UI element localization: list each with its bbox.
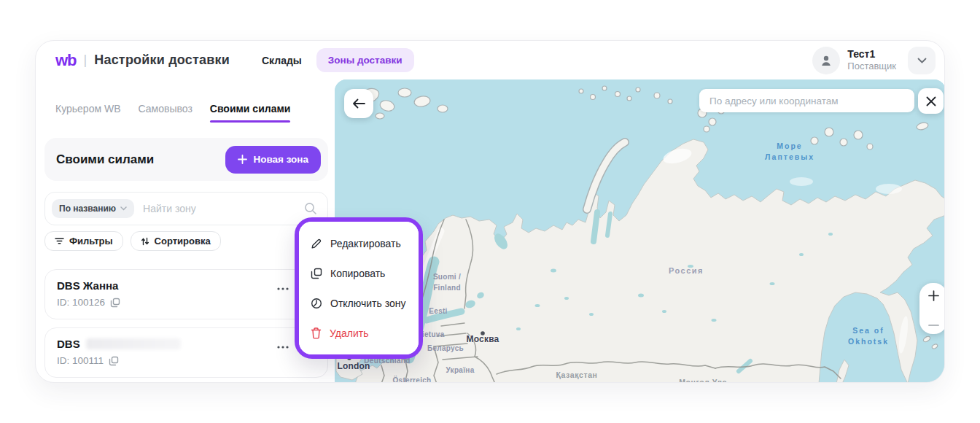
nav-warehouses[interactable]: Склады: [254, 49, 309, 72]
plus-icon: [928, 290, 939, 301]
header-nav: Склады Зоны доставки: [254, 48, 414, 72]
user-menu-button[interactable]: [908, 47, 936, 74]
filters-button[interactable]: Фильтры: [44, 231, 123, 251]
user-info: Тест1 Поставщик: [847, 48, 896, 73]
menu-item-copy[interactable]: Копировать: [299, 258, 419, 288]
chevron-down-icon: [120, 206, 127, 211]
zone-search-input[interactable]: [141, 202, 304, 215]
zone-id: ID: 100126: [57, 297, 105, 308]
plus-icon: [238, 155, 247, 164]
avatar[interactable]: [812, 47, 840, 74]
tab-wb-courier[interactable]: Курьером WB: [55, 103, 121, 123]
menu-item-label: Удалить: [330, 327, 368, 339]
menu-item-disable[interactable]: Отключить зону: [299, 288, 419, 318]
map-search-bar: [699, 89, 914, 112]
zoom-in-button[interactable]: [919, 290, 945, 301]
app-window: wb | Настройки доставки Склады Зоны дост…: [35, 40, 945, 383]
minus-icon: [928, 324, 939, 327]
sort-button[interactable]: Сортировка: [131, 231, 221, 251]
menu-item-edit[interactable]: Редактировать: [299, 228, 419, 258]
zone-list-item[interactable]: DBS ID: 100111: [44, 327, 328, 378]
map-back-button[interactable]: [344, 89, 373, 118]
copy-icon: [311, 268, 322, 279]
menu-item-label: Копировать: [330, 268, 385, 279]
dots-icon: [277, 287, 289, 290]
search-category-select[interactable]: По названию: [52, 199, 134, 218]
zone-search-bar: По названию: [44, 192, 328, 225]
tab-own-delivery[interactable]: Своими силами: [210, 103, 291, 123]
screen: wb | Настройки доставки Склады Зоны дост…: [0, 0, 980, 423]
map-canvas[interactable]: Море Лаптевых Россия Suomi / Finland Ees…: [335, 79, 945, 383]
zone-list-item[interactable]: DBS Жанна ID: 100126: [44, 269, 328, 319]
filters-label: Фильтры: [69, 236, 113, 247]
map-search-input[interactable]: [708, 95, 906, 107]
zone-actions-button[interactable]: [275, 282, 291, 296]
new-zone-label: Новая зона: [253, 154, 308, 165]
pencil-icon: [311, 238, 322, 249]
sort-icon: [141, 237, 149, 246]
menu-item-label: Редактировать: [330, 238, 401, 249]
page-title: Настройки доставки: [94, 53, 230, 68]
user-block: Тест1 Поставщик: [812, 47, 936, 74]
nav-delivery-zones[interactable]: Зоны доставки: [316, 48, 414, 72]
filter-icon: [55, 237, 64, 245]
user-name: Тест1: [847, 48, 896, 61]
menu-item-label: Отключить зону: [330, 298, 405, 309]
sort-label: Сортировка: [155, 236, 211, 247]
chevron-down-icon: [917, 58, 927, 63]
dots-icon: [277, 346, 289, 349]
delivery-method-tabs: Курьером WB Самовывоз Своими силами: [55, 103, 290, 123]
header: wb | Настройки доставки Склады Зоны дост…: [36, 41, 944, 79]
person-icon: [820, 54, 833, 67]
map-geography: [335, 79, 945, 383]
search-category-value: По названию: [59, 203, 116, 214]
map-close-button[interactable]: [918, 88, 944, 114]
section-header: Своими силами Новая зона: [44, 138, 328, 181]
menu-item-delete[interactable]: Удалить: [299, 318, 419, 348]
search-icon: [304, 202, 317, 215]
redacted-text: [86, 338, 181, 349]
wb-logo: wb: [55, 51, 77, 70]
arrow-left-icon: [352, 98, 365, 109]
new-zone-button[interactable]: Новая зона: [225, 146, 321, 174]
zoom-out-button[interactable]: [919, 324, 945, 327]
tab-pickup[interactable]: Самовывоз: [139, 103, 192, 123]
list-toolbar: Фильтры Сортировка: [44, 231, 221, 251]
copy-id-icon[interactable]: [110, 298, 120, 308]
copy-id-icon[interactable]: [109, 356, 119, 366]
logo-divider: |: [84, 53, 88, 68]
trash-icon: [311, 327, 322, 339]
zone-name: DBS: [57, 338, 80, 350]
user-role: Поставщик: [847, 61, 896, 72]
disable-icon: [311, 298, 322, 309]
zone-context-menu: Редактировать Копировать Отключить зону …: [295, 217, 423, 359]
close-icon: [926, 96, 936, 106]
zone-actions-button[interactable]: [275, 340, 291, 354]
section-title: Своими силами: [56, 152, 154, 167]
map-zoom-control: [919, 283, 945, 334]
zone-name: DBS Жанна: [57, 279, 118, 292]
zone-id: ID: 100111: [57, 355, 104, 366]
